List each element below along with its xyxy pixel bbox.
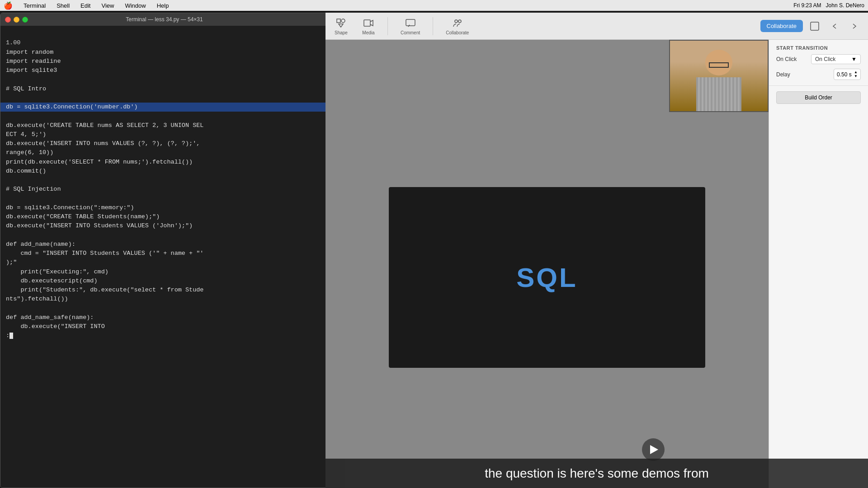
svg-point-6 (458, 20, 461, 23)
person-body (696, 77, 741, 111)
shape-button[interactable]: Shape (331, 15, 351, 37)
delay-input[interactable]: 0.50 s ▲ ▼ (834, 69, 861, 80)
terminal-window: Terminal — less 34.py — 54×31 1.00 impor… (0, 13, 329, 488)
delay-value: 0.50 s (837, 71, 852, 78)
code-line-9: range(6, 10)) (6, 149, 53, 156)
delay-row: Delay 0.50 s ▲ ▼ (776, 69, 861, 80)
minimize-button[interactable] (14, 17, 19, 23)
stepper-up-icon[interactable]: ▲ (854, 70, 858, 74)
slide-sql-text: SQL (516, 262, 577, 293)
code-line-18: );" (6, 259, 17, 266)
keynote-window: Shape Media Comment (326, 13, 868, 488)
delay-label: Delay (776, 71, 790, 78)
code-line-12: # SQL Injection (6, 186, 61, 192)
menubar-time: Fri 9:23 AM (793, 2, 821, 9)
collaborate-label: Collaborate (446, 30, 469, 35)
terminal-title: Terminal — less 34.py — 54×31 (126, 16, 203, 23)
shape-label: Shape (335, 30, 348, 35)
shape-icon (335, 17, 347, 29)
collaborate-icon (451, 17, 464, 29)
close-button[interactable] (5, 17, 11, 23)
toolbar-right: Collaborate (760, 20, 863, 33)
code-line-1: import random (6, 49, 53, 56)
maximize-button[interactable] (22, 17, 28, 23)
caption-bar: the question is here's some demos from (326, 459, 868, 488)
chevron-down-icon: ▼ (851, 56, 857, 62)
menubar-user: John S. DeNero (826, 2, 864, 9)
comment-label: Comment (401, 30, 420, 35)
zoom-button[interactable] (807, 20, 823, 33)
menubar: 🍎 Terminal Shell Edit View Window Help F… (0, 0, 868, 11)
stepper-down-icon[interactable]: ▼ (854, 75, 858, 78)
code-line-14: db.execute("CREATE TABLE Students(name);… (6, 213, 160, 220)
code-line-7: ECT 4, 5;') (6, 131, 46, 138)
apple-menu[interactable]: 🍎 (4, 1, 13, 10)
transition-row: On Click On Click ▼ (776, 54, 861, 64)
code-line-8: db.execute('INSERT INTO nums VALUES (?, … (6, 140, 200, 147)
code-line-3: import sqlite3 (6, 67, 57, 74)
code-line-2: import readline (6, 58, 61, 65)
svg-rect-0 (337, 19, 340, 23)
code-line-10: print(db.execute('SELECT * FROM nums;').… (6, 159, 193, 165)
code-line-23: def add_name_safe(name): (6, 314, 94, 321)
toolbar-separator (387, 17, 388, 35)
code-line-15: db.execute("INSERT INTO Students VALUES … (6, 222, 193, 229)
svg-rect-7 (811, 22, 819, 30)
code-line-19: print("Executing:", cmd) (6, 268, 108, 275)
transition-section: Start Transition On Click On Click ▼ Del… (769, 40, 868, 86)
menu-window[interactable]: Window (123, 2, 147, 9)
menu-shell[interactable]: Shell (55, 2, 71, 9)
svg-point-1 (341, 19, 345, 23)
menu-view[interactable]: View (99, 2, 116, 9)
slide[interactable]: SQL (389, 187, 705, 368)
toolbar-separator-2 (433, 17, 433, 35)
transition-label: On Click (776, 56, 797, 62)
webcam-overlay (669, 40, 769, 112)
comment-button[interactable]: Comment (397, 15, 424, 37)
collaborate-action-button[interactable]: Collaborate (760, 20, 803, 32)
code-line-11: db.commit() (6, 168, 46, 174)
transition-select[interactable]: On Click ▼ (811, 54, 861, 64)
menubar-right: Fri 9:23 AM John S. DeNero (793, 2, 864, 9)
code-line-13: db = sqlite3.Connection(":memory:") (6, 204, 134, 211)
version-number: 1.00 (6, 39, 20, 46)
slide-canvas-area[interactable]: SQL (326, 40, 769, 488)
code-line-17: cmd = "INSERT INTO Students VALUES ('" +… (6, 250, 203, 257)
media-button[interactable]: Media (359, 15, 378, 37)
keynote-main: SQL Start Transition (326, 40, 868, 488)
media-icon (362, 17, 375, 29)
svg-marker-2 (339, 24, 343, 27)
transition-select-value: On Click (815, 56, 835, 62)
prompt-line: : (6, 332, 13, 339)
svg-rect-3 (364, 20, 370, 26)
traffic-lights (5, 17, 28, 23)
code-line-22: nts").fetchall()) (6, 296, 68, 302)
menu-edit[interactable]: Edit (79, 2, 92, 9)
play-icon (650, 445, 658, 454)
webcam-video (670, 41, 768, 111)
terminal-titlebar: Terminal — less 34.py — 54×31 (0, 13, 328, 26)
code-line-21: print("Students:", db.execute("select * … (6, 286, 203, 293)
menu-terminal[interactable]: Terminal (22, 2, 47, 9)
code-line-20: db.executescript(cmd) (6, 277, 98, 284)
comment-icon (404, 17, 417, 29)
terminal-body[interactable]: 1.00 import random import readline impor… (0, 26, 328, 488)
build-order-button[interactable]: Build Order (776, 91, 861, 104)
code-line-6: db.execute('CREATE TABLE nums AS SELECT … (6, 122, 203, 129)
code-line-4: # SQL Intro (6, 85, 46, 92)
code-line-24: db.execute("INSERT INTO (6, 323, 105, 330)
media-label: Media (362, 30, 374, 35)
person-glasses (709, 62, 729, 68)
back-button[interactable] (826, 20, 843, 33)
transition-section-title: Start Transition (776, 45, 861, 51)
caption-text: the question is here's some demos from (485, 466, 709, 481)
svg-point-5 (455, 20, 458, 23)
collaborate-button[interactable]: Collaborate (442, 15, 472, 37)
svg-rect-4 (406, 19, 415, 26)
play-button[interactable] (642, 438, 665, 461)
keynote-toolbar: Shape Media Comment (326, 13, 868, 40)
forward-button[interactable] (846, 20, 863, 33)
code-line-16: def add_name(name): (6, 241, 75, 248)
menu-help[interactable]: Help (155, 2, 171, 9)
person-shirt (696, 77, 741, 111)
